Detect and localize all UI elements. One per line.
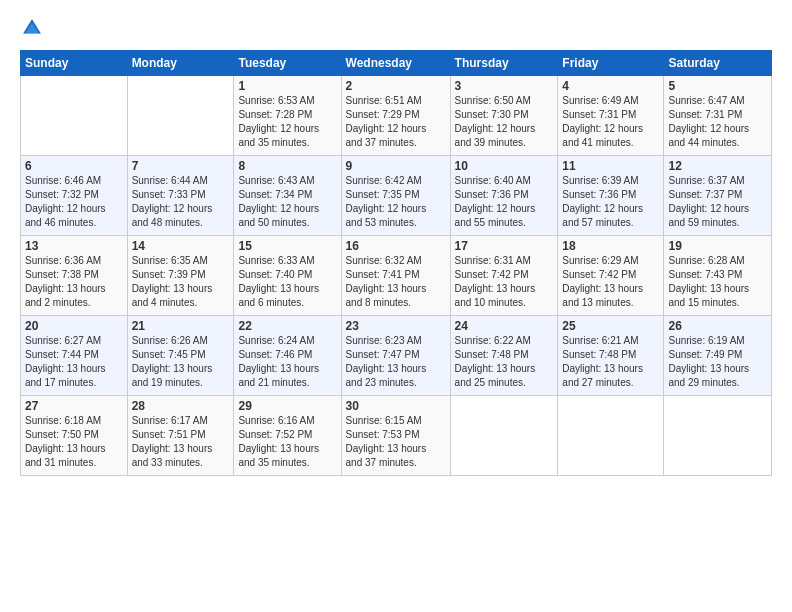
day-number: 3 <box>455 79 554 93</box>
calendar-cell: 9Sunrise: 6:42 AMSunset: 7:35 PMDaylight… <box>341 156 450 236</box>
day-number: 24 <box>455 319 554 333</box>
calendar-cell: 30Sunrise: 6:15 AMSunset: 7:53 PMDayligh… <box>341 396 450 476</box>
day-info: Sunrise: 6:23 AMSunset: 7:47 PMDaylight:… <box>346 334 446 390</box>
calendar-cell <box>450 396 558 476</box>
calendar-cell: 20Sunrise: 6:27 AMSunset: 7:44 PMDayligh… <box>21 316 128 396</box>
day-number: 6 <box>25 159 123 173</box>
day-number: 29 <box>238 399 336 413</box>
calendar-cell: 7Sunrise: 6:44 AMSunset: 7:33 PMDaylight… <box>127 156 234 236</box>
calendar-cell <box>21 76 128 156</box>
calendar-header-wednesday: Wednesday <box>341 51 450 76</box>
day-number: 9 <box>346 159 446 173</box>
calendar-cell: 25Sunrise: 6:21 AMSunset: 7:48 PMDayligh… <box>558 316 664 396</box>
day-number: 27 <box>25 399 123 413</box>
calendar-cell <box>558 396 664 476</box>
day-number: 26 <box>668 319 767 333</box>
day-info: Sunrise: 6:15 AMSunset: 7:53 PMDaylight:… <box>346 414 446 470</box>
day-info: Sunrise: 6:26 AMSunset: 7:45 PMDaylight:… <box>132 334 230 390</box>
logo-icon <box>20 16 44 40</box>
calendar-header-row: SundayMondayTuesdayWednesdayThursdayFrid… <box>21 51 772 76</box>
calendar-header-thursday: Thursday <box>450 51 558 76</box>
day-info: Sunrise: 6:44 AMSunset: 7:33 PMDaylight:… <box>132 174 230 230</box>
day-number: 5 <box>668 79 767 93</box>
calendar-header-tuesday: Tuesday <box>234 51 341 76</box>
calendar-week-5: 27Sunrise: 6:18 AMSunset: 7:50 PMDayligh… <box>21 396 772 476</box>
day-info: Sunrise: 6:22 AMSunset: 7:48 PMDaylight:… <box>455 334 554 390</box>
day-number: 22 <box>238 319 336 333</box>
calendar-cell: 1Sunrise: 6:53 AMSunset: 7:28 PMDaylight… <box>234 76 341 156</box>
calendar-cell: 28Sunrise: 6:17 AMSunset: 7:51 PMDayligh… <box>127 396 234 476</box>
day-number: 30 <box>346 399 446 413</box>
day-number: 7 <box>132 159 230 173</box>
calendar-cell: 2Sunrise: 6:51 AMSunset: 7:29 PMDaylight… <box>341 76 450 156</box>
day-info: Sunrise: 6:32 AMSunset: 7:41 PMDaylight:… <box>346 254 446 310</box>
header <box>20 16 772 40</box>
day-number: 11 <box>562 159 659 173</box>
day-info: Sunrise: 6:28 AMSunset: 7:43 PMDaylight:… <box>668 254 767 310</box>
day-number: 2 <box>346 79 446 93</box>
logo <box>20 16 48 40</box>
day-info: Sunrise: 6:29 AMSunset: 7:42 PMDaylight:… <box>562 254 659 310</box>
day-info: Sunrise: 6:40 AMSunset: 7:36 PMDaylight:… <box>455 174 554 230</box>
day-info: Sunrise: 6:39 AMSunset: 7:36 PMDaylight:… <box>562 174 659 230</box>
day-number: 1 <box>238 79 336 93</box>
day-info: Sunrise: 6:36 AMSunset: 7:38 PMDaylight:… <box>25 254 123 310</box>
calendar-cell: 14Sunrise: 6:35 AMSunset: 7:39 PMDayligh… <box>127 236 234 316</box>
calendar-week-4: 20Sunrise: 6:27 AMSunset: 7:44 PMDayligh… <box>21 316 772 396</box>
calendar-header-sunday: Sunday <box>21 51 128 76</box>
day-number: 13 <box>25 239 123 253</box>
day-number: 14 <box>132 239 230 253</box>
calendar-cell: 24Sunrise: 6:22 AMSunset: 7:48 PMDayligh… <box>450 316 558 396</box>
day-number: 21 <box>132 319 230 333</box>
calendar-week-1: 1Sunrise: 6:53 AMSunset: 7:28 PMDaylight… <box>21 76 772 156</box>
calendar-cell: 17Sunrise: 6:31 AMSunset: 7:42 PMDayligh… <box>450 236 558 316</box>
calendar-cell: 22Sunrise: 6:24 AMSunset: 7:46 PMDayligh… <box>234 316 341 396</box>
day-info: Sunrise: 6:47 AMSunset: 7:31 PMDaylight:… <box>668 94 767 150</box>
day-info: Sunrise: 6:27 AMSunset: 7:44 PMDaylight:… <box>25 334 123 390</box>
day-number: 15 <box>238 239 336 253</box>
day-number: 19 <box>668 239 767 253</box>
day-number: 28 <box>132 399 230 413</box>
calendar-cell: 16Sunrise: 6:32 AMSunset: 7:41 PMDayligh… <box>341 236 450 316</box>
calendar-cell: 10Sunrise: 6:40 AMSunset: 7:36 PMDayligh… <box>450 156 558 236</box>
day-info: Sunrise: 6:53 AMSunset: 7:28 PMDaylight:… <box>238 94 336 150</box>
calendar-cell <box>127 76 234 156</box>
day-info: Sunrise: 6:46 AMSunset: 7:32 PMDaylight:… <box>25 174 123 230</box>
calendar-cell: 23Sunrise: 6:23 AMSunset: 7:47 PMDayligh… <box>341 316 450 396</box>
day-number: 20 <box>25 319 123 333</box>
day-number: 8 <box>238 159 336 173</box>
calendar-cell: 3Sunrise: 6:50 AMSunset: 7:30 PMDaylight… <box>450 76 558 156</box>
day-info: Sunrise: 6:33 AMSunset: 7:40 PMDaylight:… <box>238 254 336 310</box>
calendar-cell: 29Sunrise: 6:16 AMSunset: 7:52 PMDayligh… <box>234 396 341 476</box>
calendar-cell: 27Sunrise: 6:18 AMSunset: 7:50 PMDayligh… <box>21 396 128 476</box>
day-number: 18 <box>562 239 659 253</box>
day-info: Sunrise: 6:51 AMSunset: 7:29 PMDaylight:… <box>346 94 446 150</box>
calendar-table: SundayMondayTuesdayWednesdayThursdayFrid… <box>20 50 772 476</box>
day-info: Sunrise: 6:50 AMSunset: 7:30 PMDaylight:… <box>455 94 554 150</box>
day-info: Sunrise: 6:21 AMSunset: 7:48 PMDaylight:… <box>562 334 659 390</box>
day-number: 10 <box>455 159 554 173</box>
calendar-week-2: 6Sunrise: 6:46 AMSunset: 7:32 PMDaylight… <box>21 156 772 236</box>
day-number: 25 <box>562 319 659 333</box>
calendar-cell: 4Sunrise: 6:49 AMSunset: 7:31 PMDaylight… <box>558 76 664 156</box>
day-info: Sunrise: 6:35 AMSunset: 7:39 PMDaylight:… <box>132 254 230 310</box>
day-info: Sunrise: 6:42 AMSunset: 7:35 PMDaylight:… <box>346 174 446 230</box>
day-info: Sunrise: 6:24 AMSunset: 7:46 PMDaylight:… <box>238 334 336 390</box>
page: SundayMondayTuesdayWednesdayThursdayFrid… <box>0 0 792 612</box>
calendar-cell: 18Sunrise: 6:29 AMSunset: 7:42 PMDayligh… <box>558 236 664 316</box>
calendar-cell: 8Sunrise: 6:43 AMSunset: 7:34 PMDaylight… <box>234 156 341 236</box>
calendar-cell: 5Sunrise: 6:47 AMSunset: 7:31 PMDaylight… <box>664 76 772 156</box>
day-number: 23 <box>346 319 446 333</box>
calendar-week-3: 13Sunrise: 6:36 AMSunset: 7:38 PMDayligh… <box>21 236 772 316</box>
day-number: 17 <box>455 239 554 253</box>
day-info: Sunrise: 6:43 AMSunset: 7:34 PMDaylight:… <box>238 174 336 230</box>
calendar-cell: 21Sunrise: 6:26 AMSunset: 7:45 PMDayligh… <box>127 316 234 396</box>
day-info: Sunrise: 6:37 AMSunset: 7:37 PMDaylight:… <box>668 174 767 230</box>
day-info: Sunrise: 6:49 AMSunset: 7:31 PMDaylight:… <box>562 94 659 150</box>
calendar-cell: 15Sunrise: 6:33 AMSunset: 7:40 PMDayligh… <box>234 236 341 316</box>
calendar-cell: 13Sunrise: 6:36 AMSunset: 7:38 PMDayligh… <box>21 236 128 316</box>
day-number: 16 <box>346 239 446 253</box>
day-info: Sunrise: 6:19 AMSunset: 7:49 PMDaylight:… <box>668 334 767 390</box>
day-number: 12 <box>668 159 767 173</box>
day-info: Sunrise: 6:16 AMSunset: 7:52 PMDaylight:… <box>238 414 336 470</box>
